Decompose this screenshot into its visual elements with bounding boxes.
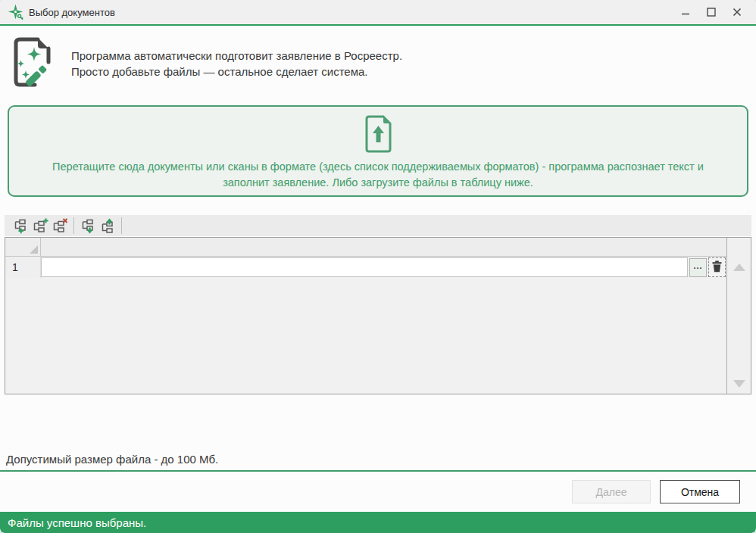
- intro-block: Программа автоматически подготовит заявл…: [11, 36, 402, 88]
- trash-icon: [711, 260, 723, 275]
- status-message: Файлы успешно выбраны.: [8, 516, 146, 529]
- footer-separator-line: [0, 470, 756, 472]
- file-column-header: [41, 238, 726, 256]
- move-row-down-icon[interactable]: [78, 217, 98, 235]
- titlebar: Выбор документов: [0, 0, 756, 24]
- scroll-down-icon[interactable]: [733, 380, 745, 388]
- browse-file-button[interactable]: ...: [689, 258, 707, 277]
- file-path-input[interactable]: [41, 257, 688, 277]
- dropzone-line-2: заполнит заявление. Либо загрузите файлы…: [9, 175, 747, 191]
- move-row-up-icon[interactable]: [98, 217, 117, 235]
- status-bar: Файлы успешно выбраны.: [0, 512, 756, 533]
- document-magic-wand-icon: [11, 36, 53, 88]
- select-all-corner[interactable]: [5, 238, 41, 256]
- insert-row-icon[interactable]: [30, 217, 50, 235]
- window-title: Выбор документов: [29, 7, 115, 18]
- file-size-note: Допустимый размер файла - до 100 Мб.: [6, 453, 218, 466]
- minimize-icon[interactable]: [673, 2, 698, 22]
- dropzone-text: Перетащите сюда документы или сканы в фо…: [9, 159, 747, 191]
- add-row-icon[interactable]: [11, 217, 30, 235]
- toolbar-separator: [121, 217, 122, 234]
- row-number[interactable]: 1: [5, 257, 41, 278]
- dialog-window: Выбор документов: [0, 0, 756, 533]
- scroll-up-icon[interactable]: [733, 263, 745, 271]
- intro-text: Программа автоматически подготовит заявл…: [71, 48, 402, 79]
- maximize-icon[interactable]: [698, 2, 724, 22]
- intro-line-1: Программа автоматически подготовит заявл…: [71, 48, 402, 64]
- compass-key-icon: [8, 4, 24, 20]
- table-header-row: [5, 238, 726, 257]
- delete-file-button[interactable]: [708, 257, 726, 277]
- table-toolbar: [5, 215, 751, 236]
- files-table: 1 ...: [5, 237, 751, 394]
- corner-triangle-icon: [30, 245, 38, 254]
- table-row: 1 ...: [5, 257, 726, 278]
- files-table-grid: 1 ...: [5, 238, 726, 394]
- close-icon[interactable]: [724, 2, 750, 22]
- cancel-button[interactable]: Отмена: [660, 480, 740, 503]
- delete-row-icon[interactable]: [50, 217, 70, 235]
- table-scrollbar[interactable]: [726, 238, 751, 394]
- dropzone-line-1: Перетащите сюда документы или сканы в фо…: [9, 159, 747, 175]
- title-accent-line: [0, 24, 756, 26]
- intro-line-2: Просто добавьте файлы — остальное сделае…: [71, 64, 402, 79]
- upload-document-icon: [9, 115, 747, 156]
- toolbar-separator: [73, 217, 74, 234]
- next-button[interactable]: Далее: [572, 480, 651, 503]
- file-dropzone[interactable]: Перетащите сюда документы или сканы в фо…: [8, 105, 748, 197]
- table-empty-area: [5, 278, 726, 394]
